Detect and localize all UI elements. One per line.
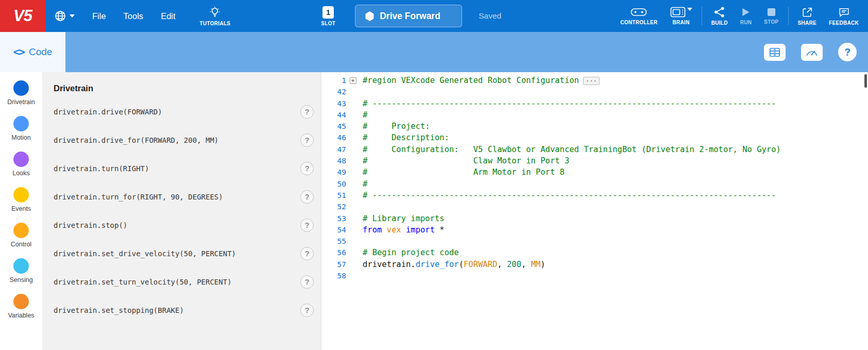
code-content: # Description: bbox=[360, 132, 449, 143]
fold-column bbox=[346, 98, 360, 109]
command-help-button[interactable]: ? bbox=[300, 275, 314, 289]
share-button[interactable]: SHARE bbox=[792, 0, 823, 32]
command-item[interactable]: drivetrain.turn(RIGHT)? bbox=[54, 154, 321, 182]
token-plain: * bbox=[435, 225, 445, 235]
category-label: Drivetrain bbox=[7, 98, 35, 106]
code-content bbox=[360, 270, 363, 281]
category-circle-icon bbox=[13, 80, 29, 96]
code-line[interactable]: 48# Claw Motor in Port 3 bbox=[321, 155, 868, 166]
code-line[interactable]: 51# ------------------------------------… bbox=[321, 190, 868, 201]
menu-file[interactable]: File bbox=[83, 0, 115, 32]
command-help-button[interactable]: ? bbox=[300, 162, 314, 175]
code-line[interactable]: 1+#region VEXcode Generated Robot Config… bbox=[321, 75, 868, 86]
feedback-button[interactable]: FEEDBACK bbox=[823, 0, 865, 32]
fold-expand-icon[interactable]: + bbox=[350, 77, 356, 84]
brain-button[interactable]: BRAIN bbox=[664, 0, 699, 32]
command-item[interactable]: drivetrain.set_drive_velocity(50, PERCEN… bbox=[54, 239, 321, 268]
token-plain bbox=[382, 225, 386, 235]
command-text: drivetrain.stop() bbox=[54, 221, 127, 229]
feedback-bubble-icon bbox=[838, 7, 850, 18]
command-item[interactable]: drivetrain.drive_for(FORWARD, 200, MM)? bbox=[54, 126, 321, 154]
code-content: from vex import * bbox=[360, 224, 445, 236]
tab-code-label: Code bbox=[29, 46, 52, 58]
project-name-button[interactable]: Drive Forward bbox=[355, 5, 462, 27]
sidebar-item-sensing[interactable]: Sensing bbox=[9, 258, 32, 284]
token-plain: drivetrain. bbox=[363, 260, 416, 269]
sidebar-item-control[interactable]: Control bbox=[11, 223, 31, 248]
command-help-button[interactable]: ? bbox=[300, 190, 314, 204]
code-line[interactable]: 45# Project: bbox=[321, 121, 868, 132]
menu-tools[interactable]: Tools bbox=[115, 0, 152, 32]
code-line[interactable]: 49# Arm Motor in Port 8 bbox=[321, 166, 868, 178]
slot-icon: 1 bbox=[322, 6, 334, 19]
code-line[interactable]: 47# Configuration: V5 Clawbot or Advance… bbox=[321, 144, 868, 155]
command-item[interactable]: drivetrain.stop()? bbox=[54, 211, 321, 239]
code-line[interactable]: 42 bbox=[321, 86, 868, 97]
code-line[interactable]: 53# Library imports bbox=[321, 213, 868, 224]
line-number: 56 bbox=[321, 247, 346, 258]
save-status: Saved bbox=[479, 11, 501, 21]
code-editor[interactable]: 1+#region VEXcode Generated Robot Config… bbox=[321, 72, 868, 350]
sidebar-item-events[interactable]: Events bbox=[11, 187, 31, 212]
category-circle-icon bbox=[13, 187, 29, 203]
code-content bbox=[360, 236, 363, 247]
slot-button[interactable]: 1 SLOT bbox=[315, 0, 342, 32]
fold-column bbox=[346, 224, 360, 236]
folded-region-indicator[interactable]: ··· bbox=[583, 77, 600, 85]
dashboard-button[interactable] bbox=[801, 44, 823, 61]
code-line[interactable]: 46# Description: bbox=[321, 132, 868, 143]
line-number: 51 bbox=[321, 190, 346, 201]
vexcode-logo[interactable]: V5 bbox=[0, 0, 45, 32]
tab-code[interactable]: <> Code bbox=[0, 32, 65, 72]
code-line[interactable]: 43# ------------------------------------… bbox=[321, 98, 868, 109]
workspace-tab-bar: <> Code ? bbox=[0, 32, 868, 72]
code-line[interactable]: 50# bbox=[321, 178, 868, 190]
command-item[interactable]: drivetrain.turn_for(RIGHT, 90, DEGREES)? bbox=[54, 182, 321, 211]
sidebar-item-motion[interactable]: Motion bbox=[11, 116, 31, 141]
code-content: # --------------------------------------… bbox=[360, 190, 776, 201]
command-item[interactable]: drivetrain.drive(FORWARD)? bbox=[54, 97, 321, 126]
sidebar-item-looks[interactable]: Looks bbox=[12, 152, 29, 177]
menu-edit[interactable]: Edit bbox=[152, 0, 184, 32]
help-button[interactable]: ? bbox=[838, 43, 857, 61]
category-label: Looks bbox=[12, 170, 29, 177]
build-button[interactable]: BUILD bbox=[705, 0, 734, 32]
code-content: # Begin project code bbox=[360, 247, 459, 258]
toolbar-divider bbox=[702, 7, 702, 25]
code-line[interactable]: 57drivetrain.drive_for(FORWARD, 200, MM) bbox=[321, 259, 868, 270]
token-module: vex bbox=[387, 225, 401, 235]
code-line[interactable]: 54from vex import * bbox=[321, 224, 868, 236]
code-line[interactable]: 56# Begin project code bbox=[321, 247, 868, 258]
editor-scrollbar[interactable] bbox=[864, 74, 867, 88]
sidebar-item-drivetrain[interactable]: Drivetrain bbox=[7, 80, 35, 106]
controller-button[interactable]: CONTROLLER bbox=[614, 0, 663, 32]
command-palette: Drivetrain drivetrain.drive(FORWARD)?dri… bbox=[42, 72, 321, 350]
run-button[interactable]: RUN bbox=[734, 0, 758, 32]
command-text: drivetrain.turn_for(RIGHT, 90, DEGREES) bbox=[54, 193, 223, 201]
feedback-label: FEEDBACK bbox=[829, 20, 859, 26]
command-item[interactable]: drivetrain.set_turn_velocity(50, PERCENT… bbox=[54, 268, 321, 296]
chevron-down-icon bbox=[70, 14, 75, 18]
code-line[interactable]: 52 bbox=[321, 201, 868, 212]
token-comment: # bbox=[363, 110, 367, 120]
tutorials-button[interactable]: TUTORIALS bbox=[194, 0, 237, 32]
token-keyword: import bbox=[406, 225, 435, 235]
code-line[interactable]: 44# bbox=[321, 109, 868, 121]
command-item[interactable]: drivetrain.set_stopping(BRAKE)? bbox=[54, 296, 321, 324]
run-play-icon bbox=[740, 7, 751, 18]
fold-column bbox=[346, 201, 360, 212]
code-line[interactable]: 55 bbox=[321, 236, 868, 247]
command-help-button[interactable]: ? bbox=[300, 304, 314, 317]
brain-device-button[interactable] bbox=[764, 44, 786, 61]
code-line[interactable]: 58 bbox=[321, 270, 868, 281]
stop-button[interactable]: STOP bbox=[758, 0, 785, 32]
controller-label: CONTROLLER bbox=[620, 20, 657, 25]
command-help-button[interactable]: ? bbox=[300, 247, 314, 260]
command-list: drivetrain.drive(FORWARD)?drivetrain.dri… bbox=[54, 97, 321, 324]
sidebar-item-variables[interactable]: Variables bbox=[8, 294, 34, 319]
fold-column bbox=[346, 166, 360, 178]
command-help-button[interactable]: ? bbox=[300, 105, 314, 119]
command-help-button[interactable]: ? bbox=[300, 134, 314, 147]
language-menu[interactable] bbox=[45, 0, 83, 32]
command-help-button[interactable]: ? bbox=[300, 219, 314, 232]
